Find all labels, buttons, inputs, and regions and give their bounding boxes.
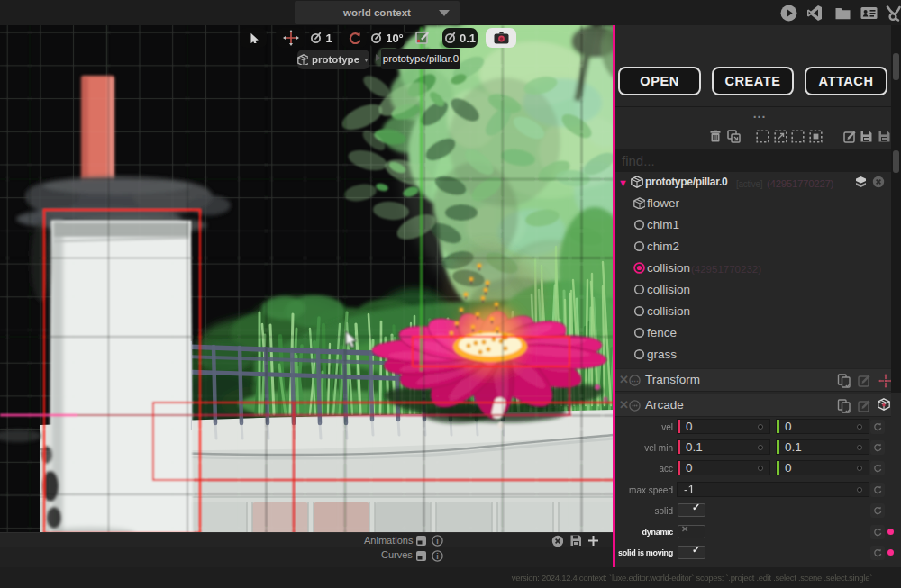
svg-text:⋯: ⋯ bbox=[631, 376, 639, 385]
svg-text:i: i bbox=[436, 552, 439, 561]
svg-text:i: i bbox=[436, 537, 439, 546]
